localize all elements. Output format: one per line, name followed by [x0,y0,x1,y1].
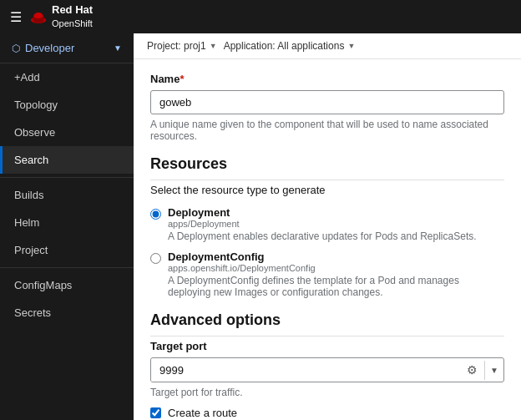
application-breadcrumb-chevron-icon: ▼ [347,42,355,50]
project-breadcrumb-chevron-icon: ▼ [210,42,217,50]
perspective-switcher[interactable]: ⬡ Developer ▼ [0,33,134,63]
sidebar-item-helm[interactable]: Helm [0,209,134,236]
deployment-radio-desc: A Deployment enables declarative updates… [168,230,477,242]
sidebar-item-add[interactable]: +Add [0,63,134,91]
application-breadcrumb[interactable]: Application: All applications ▼ [224,40,356,52]
create-route-label: Create a route [168,407,237,419]
sidebar-item-observe[interactable]: Observe [0,119,134,146]
resources-section-title: Resources [150,155,504,180]
perspective-icon: ⬡ [12,43,20,54]
sidebar-item-topology[interactable]: Topology [0,91,134,119]
form-content: Name* A unique name given to the compone… [134,59,521,420]
perspective-chevron-icon: ▼ [114,43,122,53]
project-breadcrumb[interactable]: Project: proj1 ▼ [147,40,217,52]
sidebar: ⬡ Developer ▼ +Add Topology Observe Sear… [0,33,134,420]
deployment-radio-option[interactable]: Deployment apps/Deployment A Deployment … [150,206,504,242]
project-breadcrumb-label: Project: proj1 [147,40,206,52]
top-navigation: ☰ Red Hat OpenShift [0,0,521,33]
sidebar-divider [0,177,134,178]
deploymentconfig-radio-option[interactable]: DeploymentConfig apps.openshift.io/Deplo… [150,250,504,298]
redhat-brand-text: Red Hat OpenShift [52,3,93,29]
deployment-radio[interactable] [150,209,161,220]
advanced-options-section: Advanced options Target port ⚙ ▼ Target … [150,311,504,420]
target-port-input-group: ⚙ ▼ [150,357,504,382]
application-breadcrumb-label: Application: All applications [224,40,345,52]
deployment-radio-content: Deployment apps/Deployment A Deployment … [168,206,477,242]
resources-subtitle: Select the resource type to generate [150,184,504,196]
sidebar-item-secrets[interactable]: Secrets [0,299,134,326]
perspective-label: Developer [25,42,74,54]
deploymentconfig-radio-desc: A DeploymentConfig defines the template … [168,275,504,298]
name-field-group: Name* A unique name given to the compone… [150,73,504,142]
deploymentconfig-radio-label: DeploymentConfig [168,250,504,263]
name-hint: A unique name given to the component tha… [150,119,504,142]
hamburger-menu-icon[interactable]: ☰ [10,9,22,25]
sidebar-item-project[interactable]: Project [0,236,134,264]
create-route-checkbox[interactable] [150,407,161,418]
deploymentconfig-radio-content: DeploymentConfig apps.openshift.io/Deplo… [168,250,504,298]
target-port-input[interactable] [151,359,460,382]
name-label: Name* [150,73,504,85]
sidebar-divider-2 [0,267,134,268]
redhat-logo: Red Hat OpenShift [30,3,93,29]
target-port-chevron-icon[interactable]: ▼ [484,361,503,380]
create-route-row[interactable]: Create a route [150,407,504,419]
breadcrumb-bar: Project: proj1 ▼ Application: All applic… [134,33,521,59]
target-port-label: Target port [150,340,504,352]
sidebar-item-search[interactable]: Search [0,146,134,174]
target-port-gear-icon[interactable]: ⚙ [460,358,484,382]
deployment-radio-label: Deployment [168,206,477,219]
name-input[interactable] [150,90,504,114]
deploymentconfig-radio[interactable] [150,253,161,264]
sidebar-item-builds[interactable]: Builds [0,181,134,209]
advanced-options-title: Advanced options [150,311,504,337]
deploymentconfig-radio-sublabel: apps.openshift.io/DeploymentConfig [168,263,504,273]
target-port-hint: Target port for traffic. [150,387,504,398]
deployment-radio-sublabel: apps/Deployment [168,219,477,229]
sidebar-item-configmaps[interactable]: ConfigMaps [0,271,134,299]
redhat-hat-icon [30,8,47,25]
main-content: Project: proj1 ▼ Application: All applic… [134,33,521,420]
